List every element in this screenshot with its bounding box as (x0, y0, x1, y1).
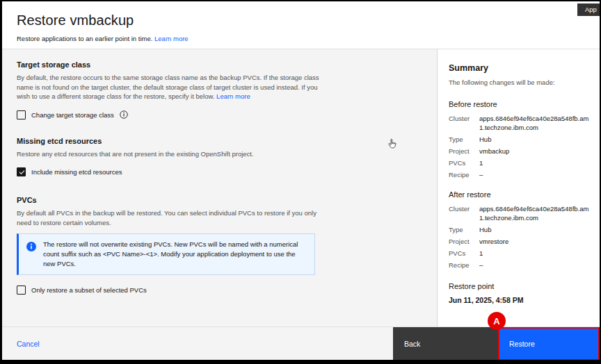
info-notification-text: The restore will not overwrite existing … (43, 240, 305, 269)
section-heading-target-storage-class: Target storage class (17, 60, 422, 69)
back-button[interactable]: Back (393, 327, 498, 360)
restore-button[interactable]: Restore (498, 327, 600, 360)
include-etcd-row: Include missing etcd resources (17, 167, 422, 176)
summary-row: Projectvmbackup (449, 145, 589, 157)
info-notification: The restore will not overwrite existing … (17, 233, 315, 275)
annotation-badge-a: A (488, 312, 506, 330)
restore-point-value: Jun 11, 2025, 4:58 PM (449, 296, 589, 304)
target-storage-class-description: By default, the restore occurs to the sa… (17, 73, 331, 101)
cancel-button[interactable]: Cancel (17, 340, 40, 348)
change-storage-class-label: Change target storage class (31, 111, 114, 119)
change-storage-class-row: Change target storage class (17, 110, 422, 119)
subset-pvcs-row: Only restore a subset of selected PVCs (17, 286, 422, 295)
include-etcd-label: Include missing etcd resources (31, 168, 122, 176)
summary-row: Clusterapps.6846ef94ef6ca40e28a548fb.am1… (449, 203, 589, 224)
summary-row: Recipe– (449, 259, 589, 271)
before-restore-rows: Clusterapps.6846ef94ef6ca40e28a548fb.am1… (449, 113, 589, 181)
page-title: Restore vmbackup (17, 13, 600, 28)
summary-row: Projectvmrestore (449, 235, 589, 247)
modal-footer: Cancel Back Restore (2, 326, 600, 360)
summary-row: Recipe– (449, 169, 589, 181)
before-restore-heading: Before restore (449, 100, 589, 108)
subset-pvcs-checkbox[interactable] (17, 286, 26, 295)
after-restore-rows: Clusterapps.6846ef94ef6ca40e28a548fb.am1… (449, 203, 589, 271)
change-storage-class-checkbox[interactable] (17, 110, 26, 119)
summary-row: TypeHub (449, 133, 589, 145)
summary-row: PVCs1 (449, 247, 589, 259)
summary-row: TypeHub (449, 224, 589, 235)
storage-learn-more-link[interactable]: Learn more (216, 92, 250, 100)
include-etcd-checkbox[interactable] (17, 167, 26, 176)
app-tooltip: App (577, 3, 600, 16)
summary-row: Clusterapps.6846ef94ef6ca40e28a548fb.am1… (449, 113, 589, 133)
summary-row: PVCs1 (449, 157, 589, 169)
modal-header: Restore vmbackup Restore applications to… (2, 1, 600, 49)
page-subtitle: Restore applications to an earlier point… (17, 35, 600, 42)
summary-heading: Summary (449, 63, 589, 73)
pvcs-description: By default all PVCs in the backup will b… (17, 208, 331, 227)
after-restore-heading: After restore (449, 190, 589, 199)
hand-cursor-icon (387, 138, 398, 151)
subset-pvcs-label: Only restore a subset of selected PVCs (31, 286, 147, 294)
restore-modal: Restore vmbackup Restore applications to… (2, 1, 600, 360)
section-heading-missing-etcd: Missing etcd resources (17, 137, 422, 145)
header-learn-more-link[interactable]: Learn more (154, 35, 189, 42)
target-storage-class-text: By default, the restore occurs to the sa… (17, 74, 319, 100)
info-filled-icon (26, 242, 36, 251)
form-column: Target storage class By default, the res… (2, 49, 437, 326)
info-outline-icon[interactable] (120, 110, 128, 119)
summary-intro: The following changes will be made: (449, 78, 589, 86)
restore-point-heading: Restore point (449, 282, 589, 290)
modal-body: Target storage class By default, the res… (2, 49, 600, 326)
summary-panel: Summary The following changes will be ma… (437, 49, 600, 326)
missing-etcd-description: Restore any etcd resources that are not … (17, 149, 331, 159)
subtitle-text: Restore applications to an earlier point… (17, 35, 152, 42)
section-heading-pvcs: PVCs (17, 196, 422, 204)
